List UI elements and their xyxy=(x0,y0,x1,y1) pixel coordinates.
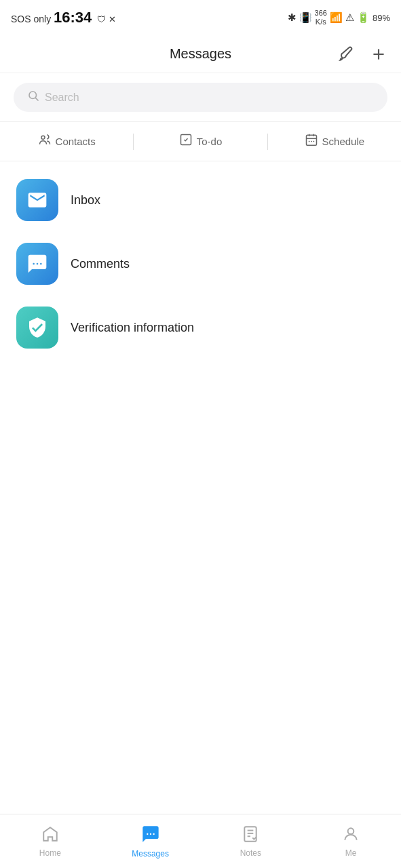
status-time: 16:34 xyxy=(54,9,92,26)
inbox-label: Inbox xyxy=(71,193,100,208)
status-bar: SOS only 16:34 🛡 ✕ ✱ 📳 366 K/s 📶 ⚠ 🔋 89% xyxy=(0,0,401,35)
bottom-nav: Home Messages Notes xyxy=(0,814,401,868)
svg-rect-11 xyxy=(311,141,312,142)
verification-label: Verification information xyxy=(71,321,194,335)
search-container: Search xyxy=(0,73,401,121)
home-icon xyxy=(41,825,59,846)
toolbar-schedule-label: Schedule xyxy=(322,136,365,147)
svg-rect-12 xyxy=(313,141,314,142)
list-item-inbox[interactable]: Inbox xyxy=(0,168,401,232)
wifi-icon: 📶 xyxy=(330,12,343,24)
add-button[interactable] xyxy=(367,43,390,66)
app-header: Messages xyxy=(0,35,401,73)
message-list: Inbox Comments Verification information xyxy=(0,161,401,366)
nav-notes-label: Notes xyxy=(240,848,261,858)
svg-point-4 xyxy=(41,136,45,139)
toolbar: Contacts To-do Schedule xyxy=(0,121,401,161)
search-icon xyxy=(27,90,39,105)
battery-percent: 89% xyxy=(373,13,390,23)
brush-icon xyxy=(337,45,355,63)
me-icon xyxy=(342,825,360,846)
notes-icon xyxy=(242,825,259,846)
nav-messages-label: Messages xyxy=(132,849,169,859)
svg-point-17 xyxy=(348,828,354,834)
list-item-verification[interactable]: Verification information xyxy=(0,296,401,359)
list-item-comments[interactable]: Comments xyxy=(0,232,401,296)
search-placeholder: Search xyxy=(45,92,79,104)
close-icon: ✕ xyxy=(109,14,116,24)
svg-point-2 xyxy=(29,92,37,99)
status-left: SOS only 16:34 🛡 ✕ xyxy=(11,9,116,26)
header-actions xyxy=(335,43,390,66)
todo-icon xyxy=(179,133,193,150)
nav-item-me[interactable]: Me xyxy=(301,820,401,863)
toolbar-todo-label: To-do xyxy=(197,136,223,147)
vibrate-icon: 📳 xyxy=(299,12,312,24)
svg-rect-6 xyxy=(306,135,316,145)
contacts-icon xyxy=(38,133,52,150)
bottom-spacer xyxy=(0,366,401,420)
nav-item-messages[interactable]: Messages xyxy=(100,819,201,864)
svg-rect-10 xyxy=(308,141,309,142)
sos-text: SOS only xyxy=(11,14,51,24)
toolbar-item-contacts[interactable]: Contacts xyxy=(0,125,133,158)
comments-label: Comments xyxy=(71,257,130,271)
toolbar-item-todo[interactable]: To-do xyxy=(134,125,267,158)
toolbar-item-schedule[interactable]: Schedule xyxy=(268,125,401,158)
network-speed: 366 K/s xyxy=(315,9,327,26)
bluetooth-icon: ✱ xyxy=(288,12,297,24)
messages-icon xyxy=(141,825,160,846)
plus-icon xyxy=(370,45,387,63)
nav-item-home[interactable]: Home xyxy=(0,820,100,863)
nav-home-label: Home xyxy=(39,848,61,858)
toolbar-contacts-label: Contacts xyxy=(56,136,96,147)
location-icon: 🛡 xyxy=(97,14,106,24)
battery-icon: 🔋 xyxy=(357,12,370,24)
inbox-icon xyxy=(16,179,58,221)
page-title: Messages xyxy=(170,46,231,62)
nav-me-label: Me xyxy=(345,848,357,858)
edit-brush-button[interactable] xyxy=(335,43,358,66)
status-right: ✱ 📳 366 K/s 📶 ⚠ 🔋 89% xyxy=(288,9,390,26)
comments-icon xyxy=(16,243,58,285)
svg-line-3 xyxy=(35,98,38,100)
nav-item-notes[interactable]: Notes xyxy=(201,820,301,863)
schedule-icon xyxy=(305,133,318,150)
verification-icon xyxy=(16,307,58,349)
search-box[interactable]: Search xyxy=(14,83,387,112)
alert-icon: ⚠ xyxy=(345,12,354,24)
